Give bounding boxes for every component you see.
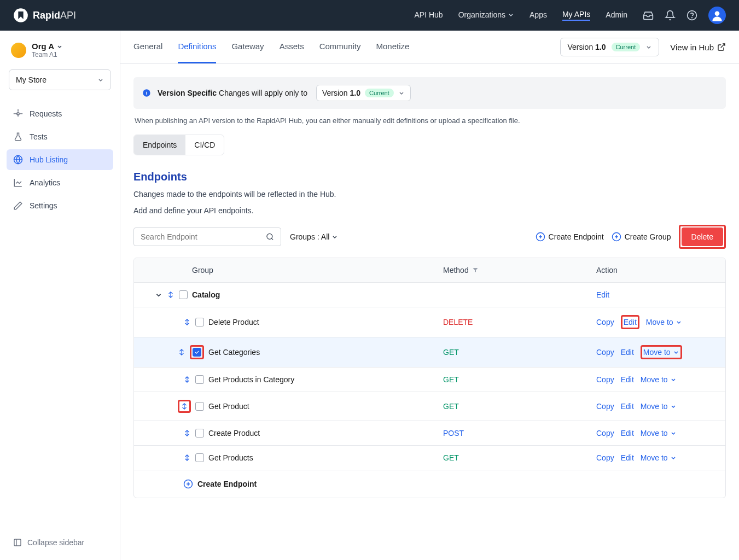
groups-filter[interactable]: Groups : All (290, 232, 338, 241)
svg-point-4 (715, 11, 720, 16)
edit-link[interactable]: Edit (621, 348, 634, 357)
search-endpoint-input[interactable] (141, 232, 266, 241)
row-checkbox[interactable] (193, 348, 201, 357)
copy-link[interactable]: Copy (596, 453, 614, 462)
edit-link[interactable]: Edit (621, 375, 634, 384)
bell-icon[interactable] (665, 10, 676, 21)
search-endpoint-box[interactable] (133, 228, 281, 246)
create-endpoint-button[interactable]: Create Endpoint (536, 232, 604, 242)
store-select[interactable]: My Store (9, 69, 111, 90)
sidebar-item-settings[interactable]: Settings (7, 195, 113, 216)
store-label: My Store (16, 75, 46, 84)
chevron-down-icon (331, 234, 338, 240)
row-checkbox[interactable] (195, 402, 204, 411)
copy-link[interactable]: Copy (596, 348, 614, 357)
sub-tab-cicd[interactable]: CI/CD (185, 135, 224, 155)
banner-version-select[interactable]: Version 1.0 Current (316, 85, 411, 101)
copy-link[interactable]: Copy (596, 429, 614, 438)
chevron-down-icon (56, 43, 63, 50)
drag-handle-icon[interactable] (178, 348, 185, 356)
row-checkbox[interactable] (195, 318, 204, 326)
move-to-link[interactable]: Move to (641, 429, 677, 438)
copy-link[interactable]: Copy (596, 375, 614, 384)
sidebar-item-label: Analytics (30, 178, 60, 187)
endpoints-table: Group Method Action Catalog Edit (133, 258, 726, 498)
group-checkbox[interactable] (179, 290, 188, 299)
move-to-link[interactable]: Move to (641, 375, 677, 384)
nav-organizations[interactable]: Organizations (458, 10, 514, 20)
row-checkbox[interactable] (195, 429, 204, 438)
view-in-hub-link[interactable]: View in Hub (670, 43, 726, 52)
sidebar-item-requests[interactable]: Requests (7, 103, 113, 124)
main-tabs: General Definitions Gateway Assets Commu… (120, 31, 739, 64)
copy-link[interactable]: Copy (596, 402, 614, 411)
move-to-link[interactable]: Move to (641, 402, 677, 411)
nav-my-apis[interactable]: My APIs (562, 10, 590, 21)
sidebar-item-hub-listing[interactable]: Hub Listing (7, 149, 113, 170)
sub-tab-endpoints[interactable]: Endpoints (134, 135, 185, 155)
user-avatar[interactable] (708, 7, 726, 24)
create-endpoint-inline[interactable]: Create Endpoint (134, 470, 725, 498)
nav-admin[interactable]: Admin (606, 10, 627, 20)
drag-handle-icon[interactable] (167, 291, 174, 299)
tab-monetize[interactable]: Monetize (376, 31, 410, 63)
header-right (643, 7, 726, 24)
chart-icon (13, 178, 23, 188)
row-checkbox[interactable] (195, 375, 204, 384)
inbox-icon[interactable] (643, 10, 654, 21)
th-method[interactable]: Method (443, 266, 596, 275)
move-to-link[interactable]: Move to (646, 318, 682, 326)
endpoint-row: Get CategoriesGETCopyEditMove to (134, 337, 725, 367)
move-to-link[interactable]: Move to (641, 453, 677, 462)
brand-logo[interactable]: RapidAPI (13, 8, 76, 23)
tab-community[interactable]: Community (319, 31, 361, 63)
group-edit-link[interactable]: Edit (596, 290, 609, 299)
edit-link[interactable]: Edit (621, 453, 634, 462)
tab-definitions[interactable]: Definitions (178, 31, 216, 63)
group-name: Catalog (192, 290, 443, 299)
collapse-icon (13, 538, 22, 547)
highlight-annotation: Delete (679, 225, 726, 249)
create-group-label: Create Group (625, 232, 671, 241)
sidebar-item-tests[interactable]: Tests (7, 126, 113, 147)
sidebar-item-analytics[interactable]: Analytics (7, 172, 113, 193)
nav-api-hub[interactable]: API Hub (415, 10, 443, 20)
tab-general[interactable]: General (133, 31, 162, 63)
sidebar-item-label: Hub Listing (30, 155, 68, 164)
edit-link[interactable]: Edit (621, 402, 634, 411)
delete-button[interactable]: Delete (682, 228, 723, 246)
edit-link[interactable]: Edit (621, 429, 634, 438)
header-left: RapidAPI (13, 8, 76, 23)
create-group-button[interactable]: Create Group (612, 232, 671, 242)
row-checkbox[interactable] (195, 453, 204, 462)
drag-handle-icon[interactable] (183, 376, 191, 383)
move-to-link[interactable]: Move to (643, 348, 679, 357)
drag-handle-icon[interactable] (183, 318, 191, 326)
endpoint-name: Delete Product (208, 318, 443, 326)
team-name: Team A1 (32, 51, 63, 59)
drag-handle-icon[interactable] (183, 429, 191, 437)
copy-link[interactable]: Copy (596, 318, 614, 326)
drag-handle-icon[interactable] (183, 454, 191, 462)
sidebar-org-header[interactable]: Org A Team A1 (7, 42, 113, 65)
brand-text: RapidAPI (33, 10, 76, 21)
chevron-down-icon[interactable] (155, 291, 162, 299)
endpoint-method: GET (443, 402, 596, 411)
plus-circle-icon (183, 479, 193, 489)
globe-icon (13, 155, 23, 165)
svg-rect-7 (14, 539, 21, 546)
edit-link[interactable]: Edit (624, 318, 637, 326)
endpoint-method: GET (443, 348, 596, 357)
nav-apps[interactable]: Apps (529, 10, 547, 20)
filter-icon (472, 267, 479, 273)
table-header: Group Method Action (134, 258, 725, 282)
help-icon[interactable] (686, 10, 697, 21)
tab-gateway[interactable]: Gateway (231, 31, 264, 63)
th-action: Action (596, 266, 717, 275)
collapse-label: Collapse sidebar (27, 538, 84, 547)
drag-handle-icon[interactable] (181, 402, 188, 410)
collapse-sidebar-button[interactable]: Collapse sidebar (7, 532, 113, 553)
tab-assets[interactable]: Assets (280, 31, 304, 63)
version-select[interactable]: Version 1.0 Current (560, 38, 659, 56)
endpoint-row: Get ProductsGETCopyEditMove to (134, 445, 725, 470)
